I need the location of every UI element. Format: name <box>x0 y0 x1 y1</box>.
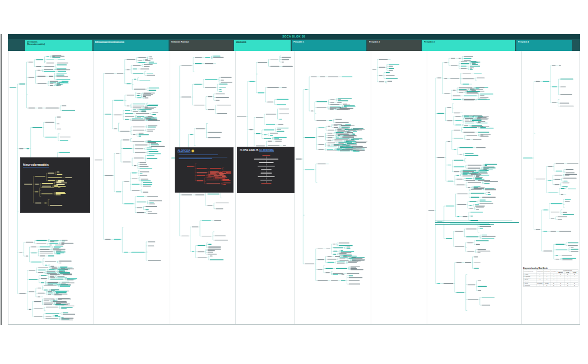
table-cell: N <box>557 284 564 286</box>
mindmap-tree <box>295 51 371 324</box>
note-title-row: ALOPESIA <box>178 150 219 152</box>
column-header-label: Glaukoma <box>236 40 289 43</box>
column-header-label: Penyakit 1 <box>293 40 364 43</box>
column-header-penyakit-1[interactable]: Penyakit 1 <box>292 40 366 51</box>
column-header-label: Ethiopatogenesis/anamnesa <box>95 40 166 43</box>
sticker-icon <box>192 150 194 152</box>
table-cell: N <box>543 284 550 286</box>
mindmap-column-penyakit-2[interactable] <box>371 51 427 324</box>
row-label: 7. Tekanan <box>523 284 536 286</box>
red-eye-table: Gejala subjektifGlaukoma akutUveitis aku… <box>523 269 578 286</box>
column-header-penyakit-4[interactable]: Penyakit 4 <box>516 40 572 51</box>
column-header-etiopatogenesis[interactable]: Ethiopatogenesis/anamnesa <box>94 40 169 51</box>
mindmap-column-kelainan-rambut[interactable]: ALOPESIA <box>170 51 236 324</box>
note-scribble-tree <box>22 169 89 211</box>
note-scribble <box>179 158 212 159</box>
board-title: SOCA BLOK 38 <box>282 35 305 39</box>
note-image-neurodermatitis[interactable]: Neurodermatitis <box>20 157 90 213</box>
diagnosis-table-title: Diagnosis banding Mata Merah <box>523 267 578 269</box>
mindmap-column-penyakit-3[interactable] <box>427 51 522 324</box>
column-header-label: Penyakit 3 <box>424 40 513 43</box>
note-title: Neurodermatitis <box>23 163 49 167</box>
note-title: GLAUKOMA <box>259 149 274 152</box>
column-header-label: Penyakit 2 <box>369 40 419 43</box>
note-title: ALOPESIA <box>178 150 190 152</box>
column-header-label: Dermatitis (Neurodermatitis) <box>27 40 90 45</box>
note-scribble <box>179 155 218 155</box>
board-canvas: Neurodermatitis ALOPESIA CLOSE ANALIS GL… <box>8 51 580 325</box>
mindmap-tree <box>427 51 522 324</box>
mindmap-column-dermatitis[interactable]: Neurodermatitis <box>8 51 94 324</box>
note-title-row: CLOSE ANALIS GLAUKOMA <box>240 149 281 152</box>
highlighted-note <box>435 221 519 227</box>
board-title-bar: SOCA BLOK 38 <box>8 34 580 39</box>
column-header-glaukoma[interactable]: Glaukoma <box>234 40 291 51</box>
column-headers: Dermatitis (Neurodermatitis) Ethiopatoge… <box>8 39 580 51</box>
note-title-prefix: CLOSE ANALIS <box>240 149 258 152</box>
board-edge-shadow <box>1 34 2 325</box>
note-scribble-tree <box>177 160 232 186</box>
column-header-kelainan-rambut[interactable]: Kelainan Rambut <box>170 40 233 51</box>
note-image-close-analis-glaukoma[interactable]: CLOSE ANALIS GLAUKOMA <box>237 147 295 193</box>
diagnosis-table-card[interactable]: Diagnosis banding Mata Merah Gejala subj… <box>523 267 579 301</box>
column-header-penyakit-2[interactable]: Penyakit 2 <box>367 40 421 51</box>
mindmap-column-penyakit-4[interactable]: Diagnosis banding Mata Merah Gejala subj… <box>522 51 580 324</box>
column-header-label: Kelainan Rambut <box>171 40 231 43</box>
mindmap-column-penyakit-1[interactable] <box>295 51 371 324</box>
note-flow-scribble <box>239 153 293 190</box>
table-cell: N <box>550 284 557 286</box>
table-row: 7. Tekanan↑↑NNNNN <box>523 284 578 286</box>
mindmap-tree <box>371 51 427 324</box>
note-scribble <box>179 157 227 157</box>
mindmap-board: SOCA BLOK 38 Dermatitis (Neurodermatitis… <box>0 0 588 364</box>
table-cell: N <box>564 284 571 286</box>
mindmap-tree <box>94 51 170 324</box>
table-cell: N <box>571 284 578 286</box>
table-cell: ↑↑ <box>536 284 543 286</box>
mindmap-column-glaukoma[interactable]: CLOSE ANALIS GLAUKOMA <box>236 51 295 324</box>
note-image-alopesia[interactable]: ALOPESIA <box>175 147 234 193</box>
column-header-label: Penyakit 4 <box>518 40 570 43</box>
column-header-dermatitis[interactable]: Dermatitis (Neurodermatitis) <box>25 40 92 51</box>
mindmap-column-etiopatogenesis[interactable] <box>94 51 171 324</box>
column-header-penyakit-3[interactable]: Penyakit 3 <box>422 40 515 51</box>
